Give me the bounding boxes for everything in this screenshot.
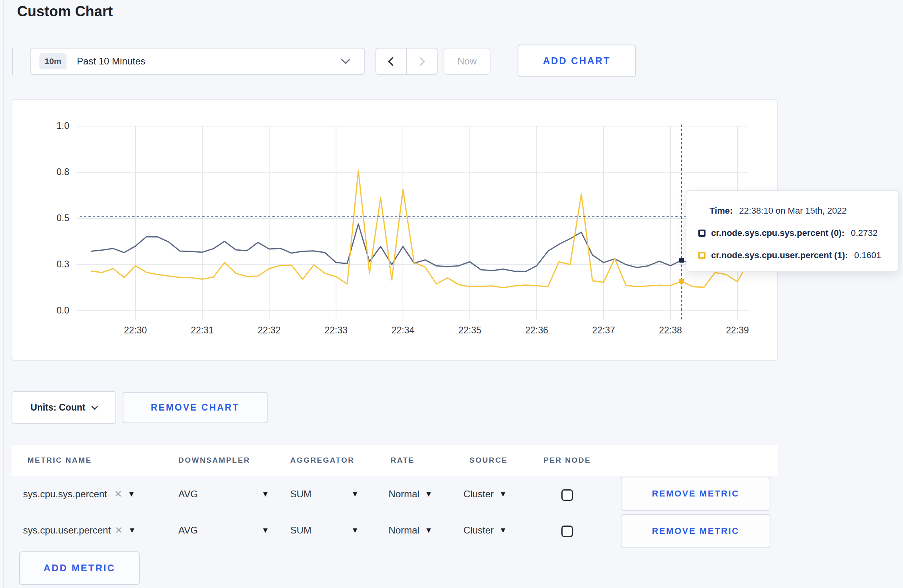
aggregator-select[interactable]: SUM ▼ [290, 489, 359, 500]
time-range-dropdown[interactable]: 10m Past 10 Minutes [30, 48, 365, 75]
clear-metric-icon[interactable]: ✕ [114, 489, 122, 500]
add-chart-button[interactable]: ADD CHART [518, 45, 636, 77]
source-select[interactable]: Cluster ▼ [463, 525, 507, 536]
x-axis-tick: 22:30 [111, 325, 159, 336]
source-select[interactable]: Cluster ▼ [463, 489, 507, 500]
time-range-label: Past 10 Minutes [77, 56, 145, 67]
x-axis-tick: 22:36 [513, 325, 561, 336]
now-button[interactable]: Now [444, 48, 491, 75]
series-line-cr.node.sys.cpu.user.percent [91, 170, 749, 288]
highlight-point [679, 258, 684, 263]
column-rate: RATE [391, 456, 414, 465]
dropdown-caret-icon: ▼ [499, 526, 507, 535]
remove-chart-button[interactable]: REMOVE CHART [123, 392, 268, 423]
units-dropdown[interactable]: Units: Count [12, 391, 116, 424]
tooltip-series-0-label: cr.node.sys.cpu.sys.percent (0): [711, 228, 844, 238]
dropdown-caret-icon: ▼ [351, 526, 359, 535]
dropdown-caret-icon: ▼ [262, 490, 269, 498]
series-0-swatch-icon [698, 230, 706, 237]
time-range-badge: 10m [39, 53, 66, 69]
downsampler-select[interactable]: AVG ▼ [178, 525, 269, 536]
y-axis-tick: 1.0 [25, 121, 69, 131]
add-metric-button[interactable]: ADD METRIC [19, 551, 140, 585]
time-back-button[interactable] [376, 49, 406, 74]
chart-svg [76, 126, 749, 311]
chart-tooltip: Time: 22:38:10 on Mar 15th, 2022 cr.node… [686, 190, 899, 272]
tooltip-series-0-value: 0.2732 [851, 228, 878, 238]
dropdown-caret-icon: ▼ [499, 490, 507, 498]
x-axis-tick: 22:33 [312, 325, 360, 336]
y-axis-tick: 0.8 [25, 167, 69, 177]
dropdown-caret-icon: ▼ [128, 526, 136, 535]
x-axis-tick: 22:39 [713, 325, 761, 336]
column-downsampler: DOWNSAMPLER [178, 456, 250, 465]
chevron-down-icon [341, 55, 350, 64]
y-axis-tick: 0.0 [25, 305, 69, 316]
dropdown-caret-icon: ▼ [128, 490, 135, 498]
column-source: SOURCE [469, 456, 508, 465]
page-left-rule [3, 0, 4, 588]
clear-metric-icon[interactable]: ✕ [115, 525, 123, 536]
per-node-checkbox[interactable] [561, 489, 573, 501]
rate-select[interactable]: Normal ▼ [389, 489, 432, 500]
column-per-node: PER NODE [543, 456, 591, 465]
aggregator-select[interactable]: SUM ▼ [290, 525, 359, 536]
chevron-right-icon [416, 56, 425, 66]
time-nav-group [375, 48, 438, 75]
downsampler-select[interactable]: AVG ▼ [178, 489, 269, 500]
page-title: Custom Chart [17, 3, 113, 20]
metrics-table-header: METRIC NAME DOWNSAMPLER AGGREGATOR RATE … [12, 445, 778, 476]
cpu-usage-chart[interactable]: 0.00.30.50.81.022:3022:3122:3222:3322:34… [76, 126, 749, 311]
remove-metric-button[interactable]: REMOVE METRIC [621, 514, 770, 548]
chevron-left-icon [387, 56, 397, 66]
rate-select[interactable]: Normal ▼ [389, 525, 432, 536]
column-metric-name: METRIC NAME [27, 456, 92, 465]
highlight-point [679, 279, 684, 284]
y-axis-tick: 0.5 [25, 213, 69, 224]
x-axis-tick: 22:31 [178, 325, 226, 336]
dropdown-caret-icon: ▼ [425, 490, 432, 498]
y-axis-tick: 0.3 [25, 259, 69, 270]
dropdown-caret-icon: ▼ [351, 490, 359, 498]
tooltip-series-1-value: 0.1601 [854, 250, 881, 261]
tooltip-time-label: Time: [710, 206, 733, 216]
column-aggregator: AGGREGATOR [290, 456, 355, 465]
tooltip-series-1-label: cr.node.sys.cpu.user.percent (1): [711, 250, 848, 261]
chart-card: 0.00.30.50.81.022:3022:3122:3222:3322:34… [12, 99, 778, 361]
per-node-checkbox[interactable] [561, 526, 573, 537]
x-axis-tick: 22:35 [446, 325, 494, 336]
x-axis-tick: 22:38 [647, 325, 694, 336]
x-axis-tick: 22:34 [379, 325, 427, 336]
tooltip-time-value: 22:38:10 on Mar 15th, 2022 [739, 206, 846, 216]
time-forward-button[interactable] [406, 49, 437, 74]
remove-metric-button[interactable]: REMOVE METRIC [621, 477, 770, 511]
x-axis-tick: 22:37 [580, 325, 627, 336]
chevron-down-icon [92, 403, 98, 410]
series-1-swatch-icon [698, 252, 706, 259]
dropdown-caret-icon: ▼ [262, 526, 269, 535]
metric-name-select[interactable]: sys.cpu.sys.percent ✕ ▼ [23, 489, 135, 500]
metric-name-select[interactable]: sys.cpu.user.percent ✕ ▼ [23, 525, 136, 536]
toolbar-divider [12, 48, 13, 75]
x-axis-tick: 22:32 [245, 325, 293, 336]
dropdown-caret-icon: ▼ [425, 526, 432, 535]
units-label: Units: Count [31, 402, 86, 413]
